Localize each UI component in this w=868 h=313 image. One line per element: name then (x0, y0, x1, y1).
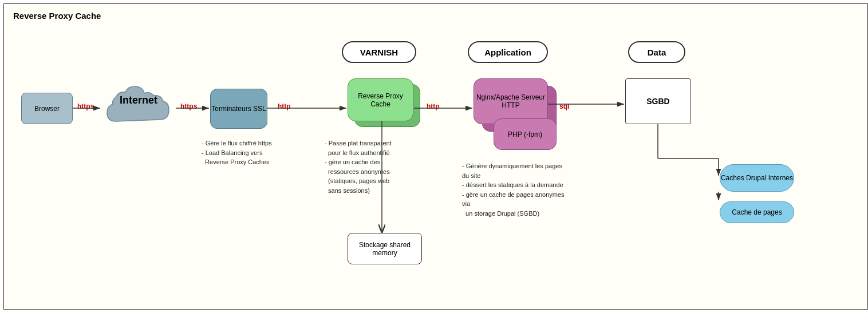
arrow-label-http1: http (278, 102, 291, 110)
stockage-box: Stockage shared memory (348, 233, 422, 264)
browser-box: Browser (21, 93, 73, 124)
rpc-description: - Passe plat transparent pour le flux au… (325, 138, 419, 195)
arrow-label-https1: https (77, 102, 94, 110)
arrow-label-sql: sql (559, 102, 569, 110)
cache-pages-label: Cache de pages (732, 208, 782, 216)
nginx-box: Nginx/Apache Serveur HTTP (474, 78, 548, 124)
sgbd-box: SGBD (625, 78, 691, 124)
internet-label: Internet (101, 94, 176, 106)
arrows-svg (4, 4, 867, 309)
php-label: PHP (-fpm) (508, 130, 542, 138)
application-label: Application (468, 41, 548, 63)
cache-pages-box: Cache de pages (720, 201, 794, 223)
sgbd-label: SGBD (646, 97, 669, 106)
rpc-label: Reverse Proxy Cache (348, 92, 413, 108)
varnish-label: VARNISH (342, 41, 416, 63)
nginx-description: - Génère dynamiquement les pages du site… (462, 161, 571, 218)
ssl-label: Terminateurs SSL (211, 105, 266, 113)
internet-cloud: Internet (101, 78, 176, 136)
diagram-container: Reverse Proxy Cache Browser Internet Ter… (3, 3, 868, 310)
browser-label: Browser (34, 105, 60, 113)
diagram-title: Reverse Proxy Cache (13, 11, 101, 21)
arrow-label-https2: https (180, 102, 197, 110)
nginx-label: Nginx/Apache Serveur HTTP (474, 93, 547, 109)
data-label: Data (628, 41, 685, 63)
arrow-label-http2: http (427, 102, 440, 110)
ssl-description: - Gère le flux chiffré https- Load Balan… (202, 138, 287, 167)
caches-drupal-label: Caches Drupal Internes (721, 174, 793, 182)
php-box: PHP (-fpm) (494, 118, 557, 150)
stockage-label: Stockage shared memory (348, 241, 421, 257)
ssl-box: Terminateurs SSL (210, 89, 267, 129)
caches-drupal-box: Caches Drupal Internes (720, 164, 794, 192)
rpc-box: Reverse Proxy Cache (348, 78, 413, 121)
